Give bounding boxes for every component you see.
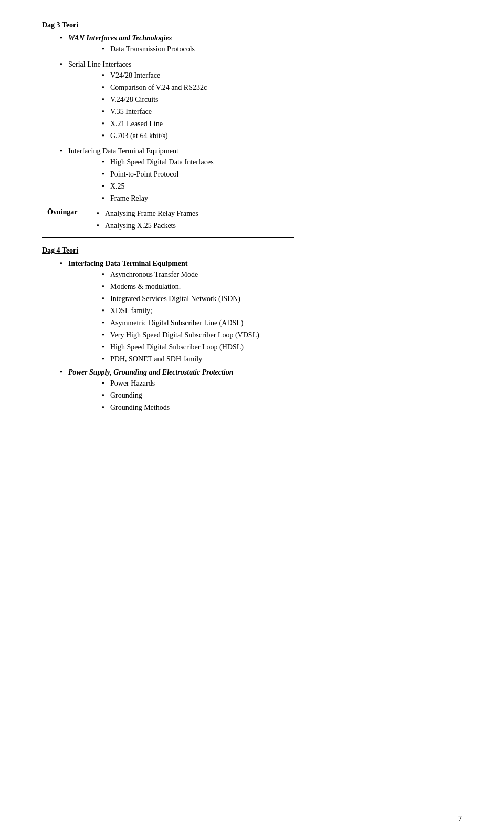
dag3-section: Dag 3 Teori WAN Interfaces and Technolog…: [42, 21, 462, 232]
vdsl: Very High Speed Digital Subscriber Loop …: [110, 331, 259, 339]
dag4-interfacing-label: Interfacing Data Terminal Equipment: [68, 260, 188, 267]
serial-line-children: V24/28 Interface Comparison of V.24 and …: [68, 70, 462, 141]
list-item: G.703 (at 64 kbit/s): [100, 130, 462, 141]
list-item: V24/28 Interface: [100, 70, 462, 81]
xdsl-family: XDSL family;: [110, 307, 152, 315]
list-item: High Speed Digital Subscriber Loop (HDSL…: [100, 341, 462, 353]
list-item: Interfacing Data Terminal Equipment Asyn…: [58, 258, 462, 365]
dag4-label: Dag 4 Teori: [42, 246, 462, 255]
list-item: Serial Line Interfaces V24/28 Interface …: [58, 59, 462, 141]
list-item: X.21 Leased Line: [100, 118, 462, 129]
high-speed-digital: High Speed Digital Data Interfaces: [110, 158, 214, 166]
list-item: Analysing X.25 Packets: [94, 220, 198, 231]
pdh-sonet-sdh: PDH, SONET and SDH family: [110, 355, 202, 363]
list-item: Asymmetric Digital Subscriber Line (ADSL…: [100, 317, 462, 328]
async-transfer-mode: Asynchronous Transfer Mode: [110, 271, 198, 278]
point-to-point: Point-to-Point Protocol: [110, 170, 178, 178]
ovningar-list: Analysing Frame Relay Frames Analysing X…: [94, 208, 198, 232]
list-item: Integrated Services Digital Network (ISD…: [100, 293, 462, 304]
wan-interfaces-label: WAN Interfaces and Technologies: [68, 34, 172, 42]
x25: X.25: [110, 182, 125, 190]
dag3-main-list: WAN Interfaces and Technologies Data Tra…: [42, 33, 462, 55]
serial-line-list: Serial Line Interfaces V24/28 Interface …: [42, 59, 462, 141]
list-item: Frame Relay: [100, 193, 462, 204]
v35-interface: V.35 Interface: [110, 108, 152, 116]
page: Dag 3 Teori WAN Interfaces and Technolog…: [0, 0, 504, 839]
v2428-interface: V24/28 Interface: [110, 71, 160, 79]
hdsl: High Speed Digital Subscriber Loop (HDSL…: [110, 343, 244, 351]
data-transmission-label: Data Transmission Protocols: [110, 45, 195, 53]
dag4-interfacing-list: Interfacing Data Terminal Equipment Asyn…: [42, 258, 462, 413]
analysing-frame-relay-frames: Analysing Frame Relay Frames: [105, 210, 198, 217]
dag3-label: Dag 3 Teori: [42, 21, 462, 29]
power-hazards: Power Hazards: [110, 379, 155, 387]
ovningar-section: Övningar Analysing Frame Relay Frames An…: [42, 208, 462, 232]
dag3-interfacing-children: High Speed Digital Data Interfaces Point…: [68, 157, 462, 204]
analysing-x25-packets: Analysing X.25 Packets: [105, 222, 176, 230]
ovningar-label: Övningar: [47, 208, 89, 216]
list-item: Asynchronous Transfer Mode: [100, 269, 462, 280]
modems-modulation: Modems & modulation.: [110, 283, 181, 291]
list-item: Point-to-Point Protocol: [100, 169, 462, 180]
list-item: Analysing Frame Relay Frames: [94, 208, 198, 219]
comparison-v24-rs232c: Comparison of V.24 and RS232c: [110, 84, 207, 91]
serial-line-label: Serial Line Interfaces: [68, 60, 132, 68]
power-supply-children: Power Hazards Grounding Grounding Method…: [68, 378, 462, 413]
grounding: Grounding: [110, 391, 142, 399]
v2428-circuits: V.24/28 Circuits: [110, 96, 159, 103]
list-item: XDSL family;: [100, 305, 462, 316]
list-item: High Speed Digital Data Interfaces: [100, 157, 462, 168]
section-divider: [42, 237, 294, 238]
grounding-methods: Grounding Methods: [110, 403, 170, 411]
wan-children: Data Transmission Protocols: [68, 44, 462, 55]
x21-leased-line: X.21 Leased Line: [110, 120, 163, 128]
list-item: Power Supply, Grounding and Electrostati…: [58, 367, 462, 413]
power-supply-label: Power Supply, Grounding and Electrostati…: [68, 368, 234, 376]
dag3-interfacing-label: Interfacing Data Terminal Equipment: [68, 147, 178, 155]
dag4-interfacing-children: Asynchronous Transfer Mode Modems & modu…: [68, 269, 462, 365]
g703: G.703 (at 64 kbit/s): [110, 132, 168, 140]
list-item: V.24/28 Circuits: [100, 94, 462, 105]
page-number: 7: [458, 815, 462, 823]
list-item: Comparison of V.24 and RS232c: [100, 82, 462, 93]
list-item: Grounding: [100, 390, 462, 401]
list-item: V.35 Interface: [100, 106, 462, 117]
isdn: Integrated Services Digital Network (ISD…: [110, 295, 240, 303]
list-item: Grounding Methods: [100, 402, 462, 413]
list-item: Data Transmission Protocols: [100, 44, 462, 55]
adsl: Asymmetric Digital Subscriber Line (ADSL…: [110, 319, 244, 327]
list-item: X.25: [100, 181, 462, 192]
list-item: PDH, SONET and SDH family: [100, 354, 462, 365]
list-item: Very High Speed Digital Subscriber Loop …: [100, 329, 462, 340]
frame-relay: Frame Relay: [110, 194, 148, 202]
list-item: WAN Interfaces and Technologies Data Tra…: [58, 33, 462, 55]
list-item: Modems & modulation.: [100, 281, 462, 292]
dag4-section: Dag 4 Teori Interfacing Data Terminal Eq…: [42, 246, 462, 413]
dag3-interfacing-list: Interfacing Data Terminal Equipment High…: [42, 146, 462, 204]
list-item: Interfacing Data Terminal Equipment High…: [58, 146, 462, 204]
list-item: Power Hazards: [100, 378, 462, 389]
